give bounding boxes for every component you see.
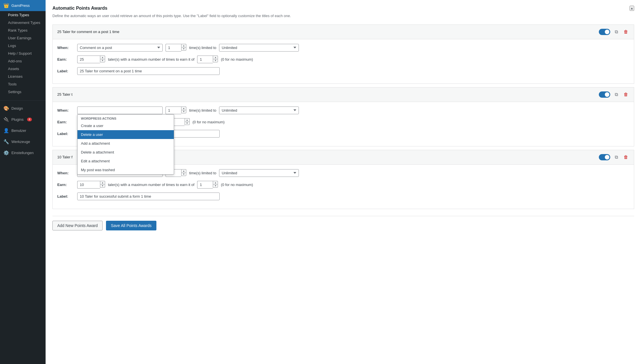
dropdown-item-add-attachment[interactable]: Add a attachment [77,139,174,148]
dropdown-item-post-trashed[interactable]: My post was trashed [77,165,174,174]
sidebar-item-plugins[interactable]: 🔌 Plugins 4 [0,114,46,125]
when-search-open-2[interactable] [77,107,163,114]
times-limited-text-3: time(s) limited to [189,171,216,175]
zero-no-max-text-2: (0 for no maximum) [193,120,225,124]
section-title: Automatic Points Awards ▲ [52,6,634,11]
plugins-icon: 🔌 [3,117,9,122]
max-input-group-3: ▲ ▼ [197,181,218,189]
limited-select-1[interactable]: Unlimited [219,44,299,52]
award-row-when-2: When: WordPress actions Create a user De… [57,107,629,114]
earn-input-1[interactable] [77,56,100,63]
max-arrows-2: ▲ ▼ [185,118,190,126]
times-input-2[interactable] [166,107,181,114]
earn-down-3[interactable]: ▼ [100,184,105,188]
dropdown-item-delete-user[interactable]: Delete a user [77,130,174,139]
times-down-3[interactable]: ▼ [181,173,186,176]
limited-select-wrapper-1: Unlimited [219,44,299,52]
add-new-button[interactable]: Add New Points Award [52,221,103,230]
max-up-2[interactable]: ▲ [185,118,190,122]
max-down-3[interactable]: ▼ [213,184,218,188]
limited-select-3[interactable]: Unlimited [219,169,299,177]
max-down-1[interactable]: ▼ [213,59,218,62]
award-body-2: When: WordPress actions Create a user De… [53,102,634,146]
sidebar-item-benutzer[interactable]: 👤 Benutzer [0,125,46,136]
award-title-2: 25 Taler t [57,92,72,97]
award-delete-3[interactable]: 🗑 [622,154,629,161]
dropdown-item-edit-attachment[interactable]: Edit a attachment [77,157,174,165]
award-actions-1: ⧉ 🗑 [599,28,629,36]
award-header-2: 25 Taler t ⧉ 🗑 [53,87,634,102]
limited-select-wrapper-2: Unlimited [219,107,299,114]
earn-talers-text-1: taler(s) with a maximum number of times … [108,57,194,62]
award-toggle-1[interactable] [599,29,610,35]
award-duplicate-3[interactable]: ⧉ [614,154,619,161]
plugins-badge: 4 [27,118,32,121]
label-input-3[interactable] [77,193,220,200]
earn-talers-text-3: taler(s) with a maximum number of times … [108,183,194,187]
sidebar-item-user-earnings[interactable]: User Earnings [0,34,46,42]
sidebar-item-licenses[interactable]: Licenses [0,73,46,80]
sidebar-item-add-ons[interactable]: Add-ons [0,57,46,65]
content-area: Automatic Points Awards ▲ Define the aut… [46,0,641,364]
max-input-3[interactable] [197,181,213,189]
label-input-1[interactable] [77,67,220,75]
earn-arrows-1: ▲ ▼ [100,56,105,63]
times-up-2[interactable]: ▲ [181,107,186,110]
award-duplicate-2[interactable]: ⧉ [614,91,619,98]
earn-down-1[interactable]: ▼ [100,59,105,62]
when-select-wrapper-2: WordPress actions Create a user Delete a… [77,107,163,114]
zero-no-max-text-3: (0 for no maximum) [221,183,253,187]
sidebar-item-logs[interactable]: Logs [0,42,46,50]
award-title-3: 10 Taler f [57,155,72,159]
award-toggle-3[interactable] [599,154,610,160]
sidebar-item-gamipress[interactable]: 👑 GamiPress [0,0,46,11]
dropdown-item-create-user[interactable]: Create a user [77,121,174,130]
max-input-1[interactable] [197,56,213,63]
earn-label-1: Earn: [57,57,74,62]
times-arrows-3: ▲ ▼ [181,169,186,177]
max-down-2[interactable]: ▼ [185,122,190,125]
award-toggle-2[interactable] [599,91,610,98]
earn-up-1[interactable]: ▲ [100,56,105,59]
sidebar-item-points-types[interactable]: Points Types [0,11,46,19]
award-row-label-1: Label: [57,67,629,75]
submenu: Points Types Achievement Types Rank Type… [0,11,46,96]
earn-label-2: Earn: [57,120,74,124]
when-select-1[interactable]: Comment on a post [77,44,163,52]
design-icon: 🎨 [3,106,9,111]
award-row-when-1: When: Comment on a post ▲ ▼ time(s) lim [57,44,629,52]
sidebar-item-help-support[interactable]: Help / Support [0,50,46,57]
earn-input-group-3: ▲ ▼ [77,181,105,189]
sidebar-item-settings[interactable]: Settings [0,88,46,96]
earn-input-3[interactable] [77,181,100,189]
times-down-1[interactable]: ▼ [181,47,186,51]
max-arrows-3: ▲ ▼ [213,181,218,189]
award-delete-2[interactable]: 🗑 [622,91,629,98]
sidebar-item-werkzeuge[interactable]: 🔧 Werkzeuge [0,136,46,147]
sidebar-item-assets[interactable]: Assets [0,65,46,73]
award-duplicate-1[interactable]: ⧉ [614,28,619,36]
sidebar-item-rank-types[interactable]: Rank Types [0,26,46,34]
times-input-1[interactable] [166,44,181,52]
award-delete-1[interactable]: 🗑 [622,28,629,36]
collapse-button[interactable]: ▲ [630,6,634,11]
sidebar-item-achievement-types[interactable]: Achievement Types [0,19,46,26]
when-dropdown-2: WordPress actions Create a user Delete a… [77,114,174,175]
dropdown-item-delete-attachment[interactable]: Delete a attachment [77,148,174,157]
sidebar-item-design[interactable]: 🎨 Design [0,103,46,114]
sidebar-item-einstellungen[interactable]: ⚙️ Einstellungen [0,147,46,158]
times-up-1[interactable]: ▲ [181,44,186,47]
benutzer-icon: 👤 [3,128,9,133]
save-all-button[interactable]: Save All Points Awards [106,221,156,230]
dropdown-group-label: WordPress actions [77,114,174,121]
max-up-3[interactable]: ▲ [213,181,218,184]
earn-up-3[interactable]: ▲ [100,181,105,184]
limited-select-2[interactable]: Unlimited [219,107,299,114]
award-row-earn-3: Earn: ▲ ▼ taler(s) with a maximum number… [57,181,629,189]
sidebar-item-tools[interactable]: Tools [0,80,46,88]
times-down-2[interactable]: ▼ [181,110,186,113]
times-arrows-1: ▲ ▼ [181,44,186,52]
times-up-3[interactable]: ▲ [181,169,186,173]
max-up-1[interactable]: ▲ [213,56,218,59]
earn-label-3: Earn: [57,183,74,187]
